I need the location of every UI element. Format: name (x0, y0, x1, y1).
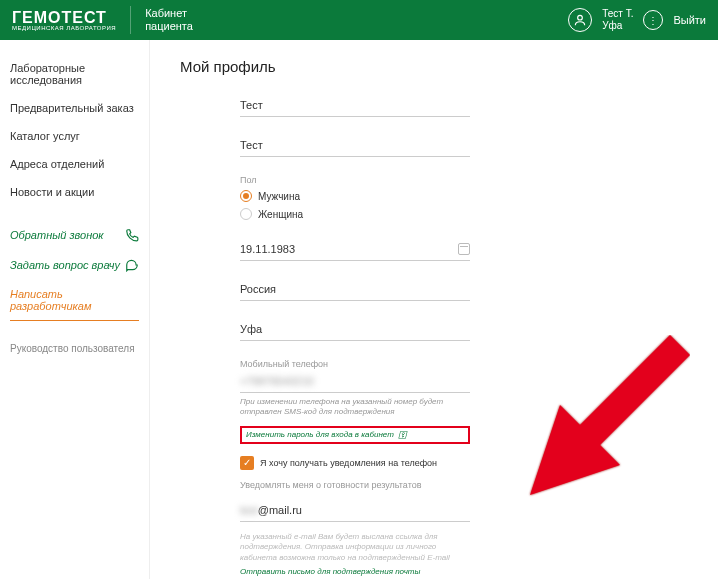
checkbox-icon: ✓ (240, 456, 254, 470)
manual-link[interactable]: Руководство пользователя (10, 335, 139, 362)
sidebar-item-preorder[interactable]: Предварительный заказ (10, 94, 139, 122)
key-icon: ⚿ (398, 430, 407, 440)
notify-label: Уведомлять меня о готовности результатов (240, 480, 470, 490)
phone-field[interactable]: +79876543210 (240, 371, 470, 393)
first-name-value: Тест (240, 99, 263, 111)
gender-male-label: Мужчина (258, 191, 300, 202)
page-title: Мой профиль (180, 58, 688, 75)
section-title: Кабинет пациента (145, 7, 193, 33)
first-name-field[interactable]: Тест (240, 95, 470, 117)
annotation-arrow-icon (520, 335, 690, 505)
change-password-label: Изменить пароль для входа в кабинет (246, 430, 394, 439)
callback-label: Обратный звонок (10, 229, 104, 241)
sms-checkbox-label: Я хочу получать уведомления на телефон (260, 458, 437, 468)
email-blur: test (240, 504, 258, 516)
gender-female-label: Женщина (258, 209, 303, 220)
profile-form: Тест Тест Пол Мужчина Женщина 19.11.1983 (240, 95, 470, 576)
logo: ГЕМОТЕСТ МЕДИЦИНСКАЯ ЛАБОРАТОРИЯ (12, 9, 116, 31)
phone-icon (125, 228, 139, 242)
gender-label: Пол (240, 175, 470, 185)
sidebar-item-lab[interactable]: Лабораторные исследования (10, 54, 139, 94)
dob-field[interactable]: 19.11.1983 (240, 239, 470, 261)
header: ГЕМОТЕСТ МЕДИЦИНСКАЯ ЛАБОРАТОРИЯ Кабинет… (0, 0, 718, 40)
email-domain: @mail.ru (258, 504, 302, 516)
calendar-icon[interactable] (458, 243, 470, 255)
logo-text: ГЕМОТЕСТ (12, 9, 107, 26)
dob-value: 19.11.1983 (240, 243, 295, 255)
sms-checkbox-row[interactable]: ✓ Я хочу получать уведомления на телефон (240, 456, 470, 470)
ask-doctor-link[interactable]: Задать вопрос врачу (10, 250, 139, 280)
user-name: Тест Т. (602, 8, 633, 20)
sidebar-item-catalog[interactable]: Каталог услуг (10, 122, 139, 150)
city-field[interactable]: Уфа (240, 319, 470, 341)
sidebar-item-addresses[interactable]: Адреса отделений (10, 150, 139, 178)
callback-link[interactable]: Обратный звонок (10, 220, 139, 250)
svg-point-0 (578, 15, 583, 20)
resend-email-link[interactable]: Отправить письмо для подтверждения почты (240, 567, 470, 576)
svg-marker-1 (530, 335, 690, 495)
change-password-highlight: Изменить пароль для входа в кабинет ⚿ (240, 426, 470, 444)
section-line1: Кабинет (145, 7, 193, 20)
sidebar: Лабораторные исследования Предварительны… (0, 40, 150, 579)
email-field[interactable]: test @mail.ru (240, 500, 470, 522)
phone-label: Мобильный телефон (240, 359, 470, 369)
sidebar-item-news[interactable]: Новости и акции (10, 178, 139, 206)
phone-hint: При изменении телефона на указанный номе… (240, 397, 470, 418)
logo-subtitle: МЕДИЦИНСКАЯ ЛАБОРАТОРИЯ (12, 25, 116, 31)
phone-value: +79876543210 (240, 375, 314, 387)
radio-icon (240, 190, 252, 202)
country-field[interactable]: Россия (240, 279, 470, 301)
write-devs-link[interactable]: Написать разработчикам (10, 280, 139, 321)
country-value: Россия (240, 283, 276, 295)
write-devs-label: Написать разработчикам (10, 288, 139, 312)
user-info: Тест Т. Уфа (602, 8, 633, 32)
section-line2: пациента (145, 20, 193, 33)
user-city: Уфа (602, 20, 633, 32)
last-name-field[interactable]: Тест (240, 135, 470, 157)
chat-icon (125, 258, 139, 272)
avatar-icon[interactable] (568, 8, 592, 32)
radio-icon (240, 208, 252, 220)
email-hint: На указанный e-mail Вам будет выслана сс… (240, 532, 470, 563)
divider (130, 6, 131, 34)
change-password-link[interactable]: Изменить пароль для входа в кабинет ⚿ (246, 430, 464, 440)
gender-group: Мужчина Женщина (240, 187, 470, 223)
menu-dots-icon[interactable]: ⋮ (643, 10, 663, 30)
city-value: Уфа (240, 323, 262, 335)
main-content: Мой профиль Тест Тест Пол Мужчина Женщин… (150, 40, 718, 579)
last-name-value: Тест (240, 139, 263, 151)
gender-female-option[interactable]: Женщина (240, 205, 470, 223)
ask-doctor-label: Задать вопрос врачу (10, 259, 120, 271)
gender-male-option[interactable]: Мужчина (240, 187, 470, 205)
logout-link[interactable]: Выйти (673, 14, 706, 26)
